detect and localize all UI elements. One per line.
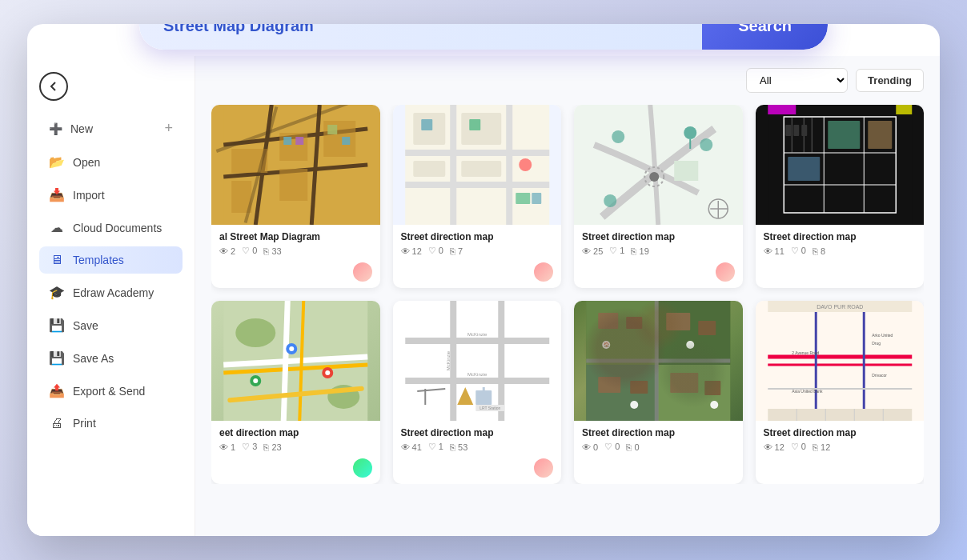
sidebar-item-templates[interactable]: 🖥 Templates — [39, 246, 183, 274]
card-6[interactable]: McKinzie McKinzie McKinzie — [393, 301, 562, 484]
back-button[interactable] — [39, 72, 68, 101]
card-5[interactable]: eet direction map 👁 1 ♡ 3 ⎘ 23 — [211, 301, 380, 484]
search-query: Street Map Diagram — [163, 24, 314, 35]
sidebar-item-print[interactable]: 🖨 Print — [39, 410, 183, 437]
svg-text:McKinzie: McKinzie — [467, 372, 488, 377]
svg-point-32 — [700, 138, 712, 151]
card-8-meta: 👁 12 ♡ 0 ⎘ 12 — [764, 442, 917, 452]
card-4-copies: ⎘ 8 — [813, 246, 825, 256]
svg-rect-24 — [469, 119, 480, 130]
card-3-footer — [574, 262, 743, 288]
card-7-copies: ⎘ 0 — [626, 442, 639, 452]
search-button[interactable]: Search — [702, 24, 828, 50]
svg-rect-114 — [768, 409, 912, 421]
svg-rect-50 — [793, 125, 799, 136]
card-1-copies: ⎘ 33 — [263, 246, 281, 256]
sidebar-item-save[interactable]: 💾 Save — [39, 311, 183, 339]
svg-rect-8 — [231, 181, 251, 213]
svg-point-30 — [649, 172, 659, 182]
sidebar-item-import[interactable]: 📥 Import — [39, 181, 183, 209]
cloud-icon: ☁ — [49, 220, 65, 235]
card-7-info: Street direction map 👁 0 ♡ 0 ⎘ 0 — [574, 421, 743, 458]
svg-rect-51 — [801, 125, 807, 136]
sidebar-item-academy[interactable]: 🎓 Edraw Academy — [39, 278, 183, 306]
card-2-avatar — [534, 262, 553, 282]
save-as-icon: 💾 — [49, 350, 65, 366]
card-4-info: Street direction map 👁 11 ♡ 0 ⎘ 8 — [756, 225, 925, 262]
svg-rect-90 — [666, 313, 690, 330]
svg-point-96 — [602, 341, 610, 349]
card-6-info: Street direction map 👁 41 ♡ 1 ⎘ 53 — [393, 421, 562, 458]
main-layout: ➕ New + 📂 Open 📥 Import ☁ Cloud Document… — [27, 56, 940, 536]
svg-rect-94 — [670, 373, 698, 393]
content-area: All My Templates Community Trending — [195, 56, 940, 536]
svg-point-100 — [710, 401, 718, 409]
import-icon: 📥 — [49, 187, 65, 202]
card-5-views: 👁 1 — [219, 442, 235, 452]
card-6-likes: ♡ 1 — [428, 442, 443, 452]
card-1-info: al Street Map Diagram 👁 2 ♡ 0 ⎘ 33 — [211, 225, 380, 262]
svg-rect-26 — [516, 193, 530, 204]
sidebar-open-label: Open — [73, 156, 100, 169]
svg-rect-21 — [413, 161, 445, 177]
card-2-likes: ♡ 0 — [428, 246, 443, 256]
svg-rect-34 — [674, 161, 698, 181]
card-1-thumb — [211, 105, 380, 225]
sidebar: ➕ New + 📂 Open 📥 Import ☁ Cloud Document… — [27, 56, 195, 536]
card-8-info: Street direction map 👁 12 ♡ 0 ⎘ 12 — [756, 421, 925, 458]
card-1-title: al Street Map Diagram — [219, 231, 372, 242]
card-3[interactable]: Street direction map 👁 25 ♡ 1 ⎘ 19 — [574, 105, 743, 288]
svg-rect-85 — [658, 365, 730, 421]
card-6-footer — [393, 458, 562, 484]
sidebar-item-cloud[interactable]: ☁ Cloud Documents — [39, 214, 183, 242]
card-5-info: eet direction map 👁 1 ♡ 3 ⎘ 23 — [211, 421, 380, 458]
filter-select[interactable]: All My Templates Community — [746, 68, 848, 93]
svg-point-31 — [612, 130, 624, 143]
svg-rect-91 — [698, 321, 716, 335]
svg-rect-55 — [768, 105, 796, 114]
card-7[interactable]: 🏠 Street direction map 👁 0 ♡ 0 ⎘ 0 — [574, 301, 743, 484]
save-icon: 💾 — [49, 318, 65, 333]
sidebar-templates-label: Templates — [73, 254, 124, 266]
card-4-footer — [756, 262, 925, 269]
search-input-area[interactable]: Street Map Diagram — [139, 24, 702, 50]
card-3-title: Street direction map — [582, 231, 735, 242]
card-6-avatar — [534, 458, 553, 478]
sidebar-item-new[interactable]: ➕ New + — [39, 114, 183, 143]
svg-rect-12 — [327, 125, 337, 134]
svg-rect-11 — [295, 137, 303, 145]
search-bar: Street Map Diagram Search — [139, 24, 828, 50]
svg-rect-81 — [586, 301, 730, 421]
card-8-copies: ⎘ 12 — [813, 442, 830, 452]
card-8-thumb: DAVO PUR ROAD 2 Avenue Road Asia United … — [756, 301, 925, 421]
content-header: All My Templates Community Trending — [211, 68, 924, 93]
card-1[interactable]: al Street Map Diagram 👁 2 ♡ 0 ⎘ 33 — [211, 105, 380, 288]
svg-rect-92 — [598, 377, 620, 393]
card-4[interactable]: Street direction map 👁 11 ♡ 0 ⎘ 8 — [756, 105, 925, 288]
svg-point-25 — [519, 158, 532, 171]
svg-text:Drug: Drug — [872, 341, 881, 346]
svg-rect-84 — [586, 365, 658, 421]
card-2-footer — [393, 262, 562, 288]
card-2-title: Street direction map — [401, 231, 554, 242]
card-3-copies: ⎘ 19 — [631, 246, 648, 256]
sidebar-item-open[interactable]: 📂 Open — [39, 148, 183, 176]
svg-rect-22 — [461, 161, 501, 177]
svg-point-63 — [325, 370, 330, 375]
sidebar-item-export[interactable]: 📤 Export & Send — [39, 377, 183, 405]
card-7-title: Street direction map — [582, 427, 735, 438]
card-6-title: Street direction map — [401, 427, 554, 438]
card-3-likes: ♡ 1 — [609, 246, 624, 256]
academy-icon: 🎓 — [49, 285, 65, 300]
svg-text:DAVO PUR ROAD: DAVO PUR ROAD — [817, 304, 863, 310]
card-7-likes: ♡ 0 — [604, 442, 620, 452]
svg-point-59 — [327, 385, 359, 409]
card-5-thumb — [211, 301, 380, 421]
card-3-meta: 👁 25 ♡ 1 ⎘ 19 — [582, 246, 735, 256]
card-6-views: 👁 41 — [401, 442, 422, 452]
sidebar-item-save-as[interactable]: 💾 Save As — [39, 344, 183, 372]
svg-point-99 — [630, 401, 638, 409]
card-2-thumb — [393, 105, 562, 225]
card-8[interactable]: DAVO PUR ROAD 2 Avenue Road Asia United … — [756, 301, 925, 484]
card-2[interactable]: Street direction map 👁 12 ♡ 0 ⎘ 7 — [393, 105, 562, 288]
